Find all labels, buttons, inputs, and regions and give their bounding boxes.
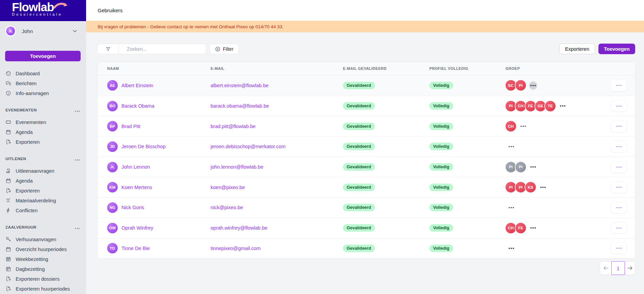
search-input[interactable] bbox=[119, 44, 206, 54]
groups-more-button[interactable] bbox=[539, 183, 547, 191]
group-badge[interactable]: CH bbox=[506, 223, 516, 233]
user-name-link[interactable]: Brad Pitt bbox=[121, 124, 141, 129]
section-more-button[interactable] bbox=[75, 107, 80, 113]
sidebar-item-exporteren[interactable]: Exporteren bbox=[0, 186, 86, 196]
groups-more-button[interactable] bbox=[507, 142, 515, 151]
group-badge[interactable]: TE bbox=[545, 101, 556, 111]
sidebar-item-label: Agenda bbox=[16, 129, 33, 135]
sidebar-item-label: Weekbezetting bbox=[16, 257, 48, 262]
cell-groep: PICHFEGETE bbox=[506, 101, 601, 111]
user-menu[interactable]: JL John bbox=[0, 21, 86, 36]
sidebar-item-exporteren[interactable]: Exporteren bbox=[0, 137, 86, 147]
cell-groep: CH bbox=[506, 121, 601, 131]
groups-more-button[interactable] bbox=[529, 224, 537, 232]
user-email-link[interactable]: tinnepixeo@gmail.com bbox=[211, 246, 261, 251]
cell-naam: TDTinne De Bie bbox=[107, 243, 211, 253]
row-actions-button[interactable] bbox=[611, 141, 627, 152]
sidebar-item-agenda[interactable]: Agenda bbox=[0, 176, 86, 186]
cell-email: tinnepixeo@gmail.com bbox=[211, 245, 343, 251]
group-badge[interactable]: SC bbox=[506, 80, 516, 91]
export-doc-icon bbox=[5, 139, 12, 145]
section-more-button[interactable] bbox=[75, 224, 80, 230]
user-email-link[interactable]: brad.pitt@flowlab.be bbox=[211, 124, 255, 129]
user-email-link[interactable]: koen@pixeo.be bbox=[211, 185, 245, 190]
sidebar-item-uitleenaanvragen[interactable]: Uitleenaanvragen bbox=[0, 166, 86, 176]
col-naam: NAAM bbox=[107, 66, 211, 71]
row-actions-button[interactable] bbox=[611, 222, 627, 234]
table-body: AEAlbert Einsteinalbert.einstein@flowlab… bbox=[98, 75, 635, 258]
pagination-next-button[interactable] bbox=[625, 262, 635, 275]
table-row: KMKoen Mertenskoen@pixeo.beGevalideerdVo… bbox=[98, 177, 635, 197]
sidebar-item-overzicht-huurperiodes[interactable]: Overzicht huurperiodes bbox=[0, 244, 86, 254]
pagination-prev-button[interactable] bbox=[600, 262, 611, 275]
cell-profiel-volledig: Volledig bbox=[429, 184, 506, 191]
section-more-button[interactable] bbox=[75, 156, 80, 162]
sidebar-item-weekbezetting[interactable]: Weekbezetting bbox=[0, 254, 86, 264]
group-badge[interactable]: CH bbox=[515, 101, 526, 111]
sidebar-item-label: Exporteren huurperiodes bbox=[16, 286, 70, 292]
group-badge[interactable]: PI bbox=[506, 182, 516, 192]
group-badge[interactable]: PI bbox=[506, 162, 516, 172]
cell-email-gevalideerd: Gevalideerd bbox=[343, 163, 429, 171]
row-actions-button[interactable] bbox=[611, 243, 627, 254]
cell-naam: AEAlbert Einstein bbox=[107, 80, 211, 91]
row-actions-button[interactable] bbox=[611, 121, 627, 132]
add-button[interactable]: Toevoegen bbox=[598, 44, 635, 54]
sidebar-item-conflicten[interactable]: Conflicten bbox=[0, 205, 86, 215]
group-badge[interactable]: PI bbox=[515, 162, 526, 172]
col-email: E-MAIL bbox=[211, 66, 343, 71]
user-email-link[interactable]: barack.obama@flowlab.be bbox=[211, 103, 269, 109]
user-name-link[interactable]: Jeroen De Bisschop bbox=[121, 144, 166, 149]
groups-more-button[interactable] bbox=[529, 81, 537, 90]
sidebar-item-info-aanvragen[interactable]: Info-aanvragen bbox=[0, 88, 86, 98]
filter-button[interactable]: Filter bbox=[210, 44, 239, 54]
sidebar-add-button[interactable]: Toevoegen bbox=[5, 51, 81, 61]
user-name-link[interactable]: Nick Goris bbox=[121, 205, 144, 210]
user-name-link[interactable]: Barack Obama bbox=[121, 103, 154, 109]
group-badge[interactable]: KS bbox=[525, 182, 536, 192]
group-badge[interactable]: PI bbox=[515, 80, 526, 91]
user-email-link[interactable]: albert.einstein@flowlab.be bbox=[211, 83, 268, 88]
group-badge[interactable]: GE bbox=[535, 101, 546, 111]
sidebar-item-berichten[interactable]: Berichten bbox=[0, 78, 86, 88]
group-badge[interactable]: FE bbox=[515, 223, 526, 233]
row-actions-button[interactable] bbox=[611, 202, 627, 213]
sidebar-item-verhuuraanvragen[interactable]: Verhuuraanvragen bbox=[0, 234, 86, 244]
sidebar-item-exporteren-dossiers[interactable]: Exporteren dossiers bbox=[0, 274, 86, 284]
user-email-link[interactable]: nick@pixeo.be bbox=[211, 205, 243, 210]
groups-more-button[interactable] bbox=[507, 203, 515, 212]
user-name-link[interactable]: Albert Einstein bbox=[121, 83, 153, 88]
groups-more-button[interactable] bbox=[559, 102, 567, 110]
cell-actions bbox=[601, 182, 627, 193]
arrow-left-icon bbox=[602, 265, 609, 272]
group-badge[interactable]: CH bbox=[506, 121, 516, 131]
group-badge[interactable]: PI bbox=[506, 101, 516, 111]
content: Filter Exporteren Toevoegen NAAM E-MAIL … bbox=[86, 32, 644, 294]
sidebar-item-materiaalverdeling[interactable]: Materiaalverdeling bbox=[0, 196, 86, 205]
groups-more-button[interactable] bbox=[519, 122, 527, 130]
sidebar-item-evenementen[interactable]: Evenementen bbox=[0, 117, 86, 127]
row-actions-button[interactable] bbox=[611, 161, 627, 173]
row-actions-button[interactable] bbox=[611, 182, 627, 193]
user-name-link[interactable]: Tinne De Bie bbox=[121, 246, 150, 251]
sidebar-item-dashboard[interactable]: Dashboard bbox=[0, 68, 86, 78]
row-actions-button[interactable] bbox=[611, 100, 627, 112]
row-actions-button[interactable] bbox=[611, 80, 627, 91]
sidebar-item-dagbezetting[interactable]: Dagbezetting bbox=[0, 264, 86, 274]
funnel-icon[interactable] bbox=[98, 44, 119, 54]
user-email-link[interactable]: oprah.winfrey@flowlab.be bbox=[211, 225, 267, 231]
user-email-link[interactable]: john.lennon@flowlab.be bbox=[211, 164, 263, 170]
groups-more-button[interactable] bbox=[529, 163, 537, 171]
export-button[interactable]: Exporteren bbox=[559, 44, 595, 54]
group-badge[interactable]: FE bbox=[525, 101, 536, 111]
user-name-link[interactable]: Koen Mertens bbox=[121, 185, 152, 190]
user-email-link[interactable]: jeroen.debisschop@merkator.com bbox=[211, 144, 285, 149]
validated-badge: Gevalideerd bbox=[343, 184, 375, 191]
sidebar-item-exporteren-huurperiodes[interactable]: Exporteren huurperiodes bbox=[0, 284, 86, 294]
user-name-link[interactable]: John Lennon bbox=[121, 164, 150, 170]
group-badge[interactable]: PI bbox=[515, 182, 526, 192]
user-name-link[interactable]: Oprah Winfrey bbox=[121, 225, 153, 231]
groups-more-button[interactable] bbox=[507, 244, 515, 252]
sidebar-item-agenda[interactable]: Agenda bbox=[0, 127, 86, 137]
pagination-current-page[interactable]: 1 bbox=[611, 261, 625, 275]
